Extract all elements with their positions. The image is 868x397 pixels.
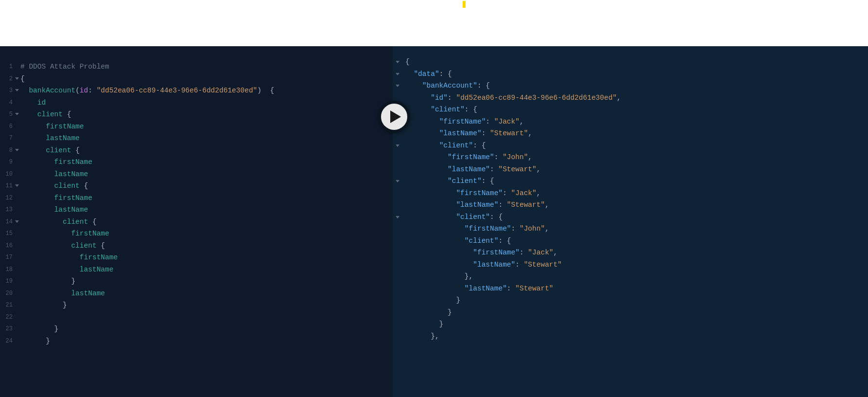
- response-line: }: [405, 294, 868, 307]
- fold-toggle-icon[interactable]: [15, 220, 19, 223]
- top-whitespace: [0, 0, 868, 46]
- code-line[interactable]: client {: [20, 216, 393, 228]
- query-code-area[interactable]: # DDOS Attack Problem{ bankAccount(id: "…: [15, 46, 393, 397]
- response-gutter-line: [393, 247, 403, 259]
- code-line[interactable]: id: [20, 97, 393, 109]
- query-editor-pane[interactable]: 123456789101112131415161718192021222324 …: [0, 46, 393, 397]
- fold-toggle-icon[interactable]: [396, 180, 399, 182]
- response-gutter-line: [393, 187, 403, 199]
- code-line[interactable]: [20, 311, 393, 324]
- code-line[interactable]: firstName: [20, 252, 393, 264]
- code-line[interactable]: firstName: [20, 156, 393, 168]
- response-gutter-line: [393, 56, 403, 68]
- line-number: 7: [0, 132, 15, 144]
- line-number: 13: [0, 204, 15, 216]
- yellow-cursor-marker: [463, 1, 466, 8]
- response-line: "client": {: [405, 235, 868, 247]
- line-number: 24: [0, 335, 15, 347]
- response-gutter-line: [393, 271, 403, 283]
- fold-toggle-icon[interactable]: [15, 184, 19, 187]
- response-gutter-line: [393, 211, 403, 223]
- code-line[interactable]: firstName: [20, 228, 393, 240]
- line-number: 6: [0, 121, 15, 133]
- code-line[interactable]: # DDOS Attack Problem: [20, 61, 393, 73]
- fold-toggle-icon[interactable]: [396, 144, 399, 147]
- fold-toggle-icon[interactable]: [15, 77, 19, 80]
- code-line[interactable]: {: [20, 73, 393, 85]
- line-number: 14: [0, 216, 15, 228]
- play-icon: [390, 110, 401, 123]
- response-line: }: [405, 318, 868, 330]
- code-line[interactable]: }: [20, 323, 393, 335]
- response-line: "lastName": "Stewart",: [405, 163, 868, 176]
- response-line: },: [405, 330, 868, 343]
- response-gutter-line: [393, 307, 403, 319]
- code-line[interactable]: firstName: [20, 192, 393, 204]
- line-number: 11: [0, 180, 15, 192]
- response-gutter-line: [393, 163, 403, 176]
- fold-toggle-icon[interactable]: [15, 149, 19, 151]
- line-number-gutter: 123456789101112131415161718192021222324: [0, 46, 15, 397]
- response-json-area: { "data": { "bankAccount": { "id": "dd52…: [403, 56, 868, 397]
- fold-toggle-icon[interactable]: [15, 89, 19, 91]
- response-line: "client": {: [405, 104, 868, 116]
- line-number: 5: [0, 108, 15, 121]
- execute-query-button[interactable]: [378, 101, 410, 133]
- response-line: },: [405, 271, 868, 283]
- response-gutter-line: [393, 68, 403, 80]
- line-number: 18: [0, 264, 15, 276]
- code-line[interactable]: lastName: [20, 264, 393, 276]
- code-line[interactable]: client {: [20, 180, 393, 192]
- response-line: "id": "dd52ea06-cc89-44e3-96e6-6dd2d61e3…: [405, 92, 868, 104]
- code-line[interactable]: lastName: [20, 204, 393, 216]
- response-gutter-line: [393, 283, 403, 295]
- response-gutter-line: [393, 318, 403, 330]
- fold-toggle-icon[interactable]: [396, 85, 399, 87]
- code-line[interactable]: lastName: [20, 132, 393, 144]
- response-line: "firstName": "John",: [405, 223, 868, 235]
- fold-toggle-icon[interactable]: [396, 216, 399, 218]
- code-line[interactable]: client {: [20, 240, 393, 252]
- line-number: 20: [0, 288, 15, 300]
- response-line: "lastName": "Stewart": [405, 283, 868, 295]
- response-gutter-line: [393, 223, 403, 235]
- line-number: 3: [0, 85, 15, 97]
- graphql-playground: 123456789101112131415161718192021222324 …: [0, 46, 868, 397]
- response-line: "client": {: [405, 175, 868, 187]
- response-line: "lastName": "Stewart",: [405, 127, 868, 140]
- fold-toggle-icon[interactable]: [396, 61, 399, 63]
- fold-toggle-icon[interactable]: [396, 73, 399, 75]
- code-line[interactable]: firstName: [20, 121, 393, 133]
- line-number: 19: [0, 275, 15, 288]
- code-line[interactable]: client {: [20, 108, 393, 121]
- line-number: 8: [0, 144, 15, 157]
- code-line[interactable]: lastName: [20, 288, 393, 300]
- response-line: "client": {: [405, 211, 868, 223]
- code-line[interactable]: }: [20, 275, 393, 288]
- fold-toggle-icon[interactable]: [15, 113, 19, 115]
- line-number: 4: [0, 97, 15, 109]
- line-number: 12: [0, 192, 15, 204]
- line-number: 22: [0, 311, 15, 324]
- response-gutter-line: [393, 199, 403, 211]
- response-gutter-line: [393, 151, 403, 163]
- code-line[interactable]: client {: [20, 144, 393, 157]
- response-line: "lastName": "Stewart",: [405, 199, 868, 211]
- response-line: "bankAccount": {: [405, 80, 868, 92]
- response-line: "firstName": "John",: [405, 151, 868, 163]
- line-number: 2: [0, 73, 15, 85]
- response-gutter-line: [393, 140, 403, 152]
- line-number: 15: [0, 228, 15, 240]
- response-line: }: [405, 307, 868, 319]
- response-gutter-line: [393, 235, 403, 247]
- response-pane[interactable]: { "data": { "bankAccount": { "id": "dd52…: [393, 46, 868, 397]
- response-line: "firstName": "Jack",: [405, 116, 868, 128]
- response-line: "client": {: [405, 140, 868, 152]
- line-number: 21: [0, 299, 15, 311]
- code-line[interactable]: }: [20, 335, 393, 347]
- code-line[interactable]: }: [20, 299, 393, 311]
- response-gutter-line: [393, 175, 403, 187]
- code-line[interactable]: lastName: [20, 168, 393, 180]
- code-line[interactable]: bankAccount(id: "dd52ea06-cc89-44e3-96e6…: [20, 85, 393, 97]
- line-number: 16: [0, 240, 15, 252]
